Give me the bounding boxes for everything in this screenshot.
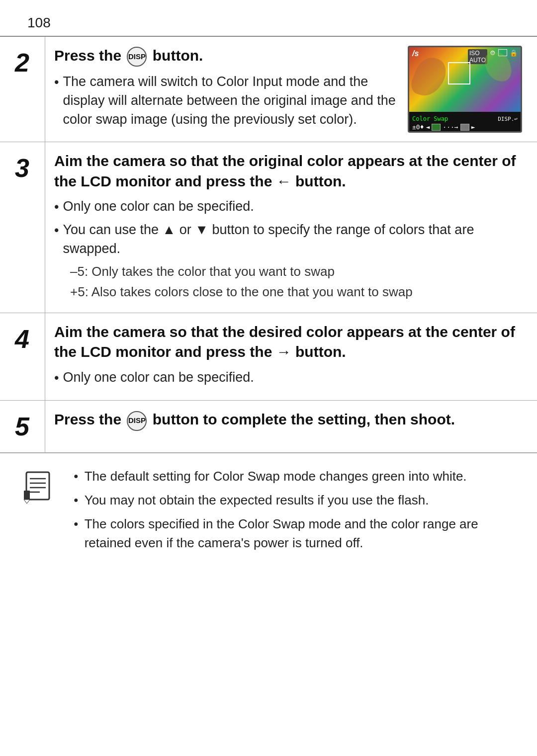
step-3-content: Aim the camera so that the original colo… <box>45 142 537 312</box>
lcd-disp-label: DISP.↩ <box>498 116 518 122</box>
step-3-title: Aim the camera so that the original colo… <box>54 151 522 191</box>
step-5-number: 5 <box>0 401 45 452</box>
disp-button-step5: DISP <box>127 411 147 431</box>
lcd-left-arrow: ◄ <box>426 123 430 131</box>
note-2: You may not obtain the expected results … <box>74 491 517 510</box>
step-2-text: Press the DISP button. The camera will s… <box>54 46 398 133</box>
step-5-content: Press the DISP button to complete the se… <box>45 401 537 452</box>
step-3-bullet-1: Only one color can be specified. <box>54 197 522 217</box>
lcd-color-box-2 <box>460 124 469 131</box>
lcd-dots-arrow: ···→ <box>443 123 458 131</box>
lcd-focus-square <box>448 62 470 84</box>
memo-icon-svg <box>22 470 57 504</box>
page-container: 108 2 Press the DISP button. The camera … <box>0 0 537 756</box>
lcd-bottom-bar: Color Swap DISP.↩ ±0♦ ◄ ···→ ► <box>409 112 521 133</box>
lcd-pm-icon: ±0♦ <box>412 123 424 131</box>
lcd-right-arrow: ► <box>471 123 475 131</box>
svg-marker-6 <box>24 500 30 504</box>
step-2-content: Press the DISP button. The camera will s… <box>45 37 537 142</box>
step-2-row: 2 Press the DISP button. The camera will… <box>0 37 537 142</box>
note-3: The colors specified in the Color Swap m… <box>74 515 517 552</box>
page-number: 108 <box>0 15 537 37</box>
step-3-bullet-2: You can use the ▲ or ▼ button to specify… <box>54 221 522 258</box>
step-5-title: Press the DISP button to complete the se… <box>54 410 522 430</box>
lcd-flower-shape <box>408 53 450 101</box>
step-3-sub-1: –5: Only takes the color that you want t… <box>54 262 522 280</box>
step-4-bullet-1: Only one color can be specified. <box>54 368 522 388</box>
step-2-number: 2 <box>0 37 45 142</box>
lcd-color-swap-label: Color Swap <box>412 115 448 122</box>
step-4-number: 4 <box>0 313 45 401</box>
step-3-number: 3 <box>0 142 45 312</box>
notes-text: The default setting for Color Swap mode … <box>74 467 517 557</box>
step-3-sub-2: +5: Also takes colors close to the one t… <box>54 283 522 301</box>
note-1: The default setting for Color Swap mode … <box>74 467 517 486</box>
lcd-label-row: Color Swap DISP.↩ <box>412 115 518 122</box>
lcd-color-box-1 <box>432 124 441 131</box>
notes-icon <box>20 467 60 507</box>
camera-lcd-image: /s ISOAUTO ⚙ 🔒 <box>408 46 522 133</box>
lcd-speed-icon: /s <box>412 49 419 58</box>
step-4-content: Aim the camera so that the desired color… <box>45 313 537 401</box>
step-5-row: 5 Press the DISP button to complete the … <box>0 401 537 453</box>
step-4-row: 4 Aim the camera so that the desired col… <box>0 313 537 401</box>
lcd-controls: ±0♦ ◄ ···→ ► <box>412 123 518 131</box>
disp-button-step2: DISP <box>127 47 147 67</box>
lcd-lock-icon: 🔒 <box>510 49 518 64</box>
notes-section: The default setting for Color Swap mode … <box>0 453 537 571</box>
step-3-row: 3 Aim the camera so that the original co… <box>0 142 537 313</box>
svg-rect-5 <box>24 491 30 500</box>
step-2-title: Press the DISP button. <box>54 46 398 67</box>
lcd-photo: /s ISOAUTO ⚙ 🔒 <box>409 47 521 112</box>
step-2-bullet-1: The camera will switch to Color Input mo… <box>54 73 398 129</box>
step-4-title: Aim the camera so that the desired color… <box>54 322 522 362</box>
